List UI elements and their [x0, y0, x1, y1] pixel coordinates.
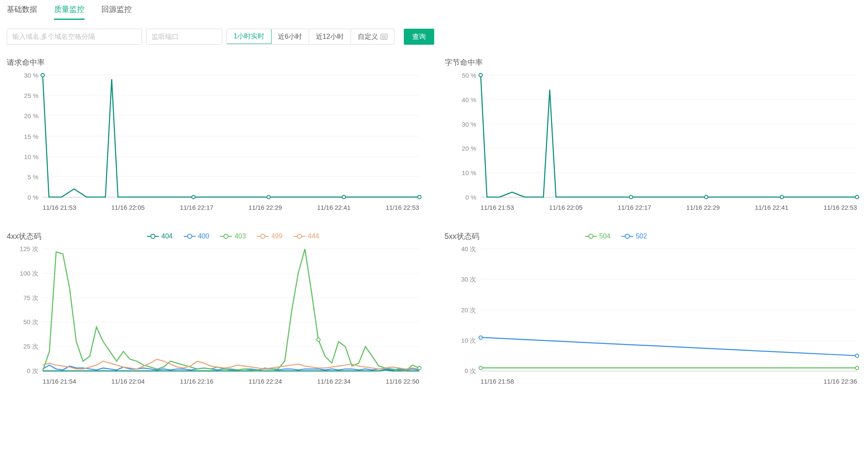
tab-bar: 基础数据 质量监控 回源监控 — [7, 0, 861, 20]
tab-quality-monitor[interactable]: 质量监控 — [54, 0, 84, 20]
legend-item-404[interactable]: 404 — [147, 233, 173, 240]
legend-label: 404 — [161, 233, 173, 240]
range-custom[interactable]: 自定义 — [351, 29, 394, 44]
chart-request-hit-rate: 请求命中率 0 %5 %10 %15 %20 %25 %30 %11/16 21… — [7, 57, 424, 214]
legend-4xx: 404 400 403 499 444 — [147, 233, 319, 240]
legend-item-444[interactable]: 444 — [294, 233, 319, 240]
time-range-group: 1小时实时 近6小时 近12小时 自定义 — [226, 29, 395, 45]
chart-5xx-status: 5xx状态码 504 502 0 次10 次20 次30 次40 次11/16 … — [445, 231, 862, 388]
chart-title: 4xx状态码 — [7, 231, 41, 241]
legend-5xx: 504 502 — [585, 233, 647, 240]
legend-item-403[interactable]: 403 — [220, 233, 246, 240]
filter-bar: 1小时实时 近6小时 近12小时 自定义 查询 — [7, 29, 861, 45]
legend-label: 403 — [234, 233, 246, 240]
tab-basic-data[interactable]: 基础数据 — [7, 0, 37, 20]
legend-label: 400 — [198, 233, 210, 240]
legend-label: 499 — [271, 233, 283, 240]
legend-item-400[interactable]: 400 — [184, 233, 210, 240]
calendar-icon — [381, 34, 387, 40]
range-custom-label: 自定义 — [358, 32, 378, 41]
query-button[interactable]: 查询 — [404, 29, 434, 45]
range-1h-realtime[interactable]: 1小时实时 — [226, 29, 272, 44]
tab-origin-monitor[interactable]: 回源监控 — [101, 0, 132, 20]
legend-item-502[interactable]: 502 — [621, 233, 647, 240]
chart-title: 字节命中率 — [445, 57, 862, 68]
chart-title: 请求命中率 — [7, 57, 424, 68]
chart-title: 5xx状态码 — [445, 231, 479, 241]
chart-4xx-status: 4xx状态码 404 400 403 499 444 0 次25 次50 次75… — [7, 231, 424, 388]
range-12h[interactable]: 近12小时 — [309, 29, 351, 44]
chart-byte-hit-rate: 字节命中率 0 %10 %20 %30 %40 %50 %11/16 21:53… — [445, 57, 862, 214]
legend-label: 504 — [599, 233, 611, 240]
port-input[interactable] — [146, 29, 222, 45]
range-6h[interactable]: 近6小时 — [271, 29, 309, 44]
domain-input[interactable] — [7, 29, 142, 45]
legend-label: 502 — [636, 233, 647, 240]
legend-label: 444 — [308, 233, 319, 240]
legend-item-504[interactable]: 504 — [585, 233, 611, 240]
legend-item-499[interactable]: 499 — [257, 233, 283, 240]
